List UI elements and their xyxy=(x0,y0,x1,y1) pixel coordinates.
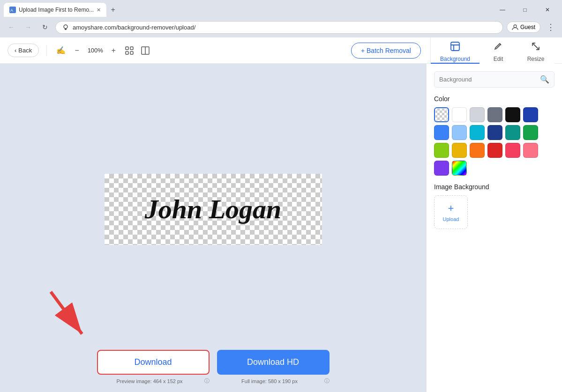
color-swatch-dark-blue[interactable] xyxy=(523,107,538,122)
signature-container: John Logan xyxy=(105,174,322,245)
svg-text:A: A xyxy=(10,8,13,12)
edit-tab-label: Edit xyxy=(494,56,503,62)
zoom-out-button[interactable]: − xyxy=(70,44,83,57)
download-free-button[interactable]: Download xyxy=(97,350,210,375)
close-button[interactable]: ✕ xyxy=(537,3,558,17)
red-arrow-icon xyxy=(47,287,94,343)
new-tab-button[interactable]: + xyxy=(106,3,120,16)
tab-edit[interactable]: Edit xyxy=(480,37,517,64)
zoom-controls: ✍ − 100% + xyxy=(54,44,152,57)
color-swatch-light-gray[interactable] xyxy=(470,107,485,122)
color-swatch-light-pink[interactable] xyxy=(523,143,538,158)
svg-rect-6 xyxy=(126,52,128,54)
maximize-button[interactable]: □ xyxy=(514,3,536,17)
upload-image-button[interactable]: + Upload xyxy=(434,195,468,229)
pan-tool-button[interactable]: ✍ xyxy=(54,44,67,57)
color-swatch-white[interactable] xyxy=(452,107,467,122)
svg-point-3 xyxy=(514,25,517,28)
tab-background[interactable]: Background xyxy=(431,37,480,64)
fit-to-screen-button[interactable] xyxy=(123,44,136,57)
color-grid xyxy=(434,107,555,176)
color-swatch-teal[interactable] xyxy=(505,125,520,140)
zoom-level: 100% xyxy=(86,47,104,54)
window-controls: — □ ✕ xyxy=(492,3,558,17)
checker-background: John Logan xyxy=(105,174,322,245)
image-bg-label: Image Background xyxy=(434,183,555,191)
batch-removal-button[interactable]: + Batch Removal xyxy=(351,43,421,59)
browser-menu-button[interactable]: ⋮ xyxy=(544,21,557,34)
tab-title: Upload Image First to Remo... xyxy=(19,7,94,13)
active-tab[interactable]: A Upload Image First to Remo... ✕ xyxy=(4,3,106,17)
color-swatch-rainbow[interactable] xyxy=(452,161,467,176)
lock-icon xyxy=(62,24,69,30)
minimize-button[interactable]: — xyxy=(492,3,513,17)
back-button[interactable]: ‹ Back xyxy=(7,44,39,57)
canvas-area: John Logan Download Downlo xyxy=(0,64,426,392)
color-swatch-yellow-green[interactable] xyxy=(434,143,449,158)
svg-rect-5 xyxy=(130,47,133,50)
tab-resize[interactable]: Resize xyxy=(517,37,555,64)
refresh-button[interactable]: ↻ xyxy=(38,21,52,34)
background-tab-label: Background xyxy=(440,56,470,62)
back-label: Back xyxy=(18,47,32,54)
back-nav-button[interactable]: ← xyxy=(5,21,18,34)
signature-text: John Logan xyxy=(105,193,322,225)
url-bar[interactable]: amoyshare.com/background-remover/upload/ xyxy=(55,21,503,34)
color-swatch-orange[interactable] xyxy=(470,143,485,158)
browser-chrome: A Upload Image First to Remo... ✕ + — □ … xyxy=(0,0,562,37)
svg-point-1 xyxy=(64,25,67,29)
image-bg-section: Image Background + Upload xyxy=(427,183,562,237)
preview-info-text: Preview image: 464 x 152 px xyxy=(97,378,202,384)
upload-plus-icon: + xyxy=(448,202,454,214)
guest-label: Guest xyxy=(520,24,535,30)
guest-button[interactable]: Guest xyxy=(507,22,540,33)
color-swatch-pink[interactable] xyxy=(505,143,520,158)
color-swatch-transparent[interactable] xyxy=(434,107,449,122)
search-section: 🔍 xyxy=(427,64,562,95)
color-swatch-cyan[interactable] xyxy=(470,125,485,140)
url-text: amoyshare.com/background-remover/upload/ xyxy=(73,24,496,31)
app: ‹ Back ✍ − 100% + + Batch Removal xyxy=(0,37,562,392)
batch-label: + Batch Removal xyxy=(361,47,411,54)
tab-close-icon[interactable]: ✕ xyxy=(97,7,101,13)
color-section-label: Color xyxy=(434,95,555,103)
color-section: Color xyxy=(427,95,562,183)
color-swatch-green[interactable] xyxy=(523,125,538,140)
resize-tab-label: Resize xyxy=(527,56,545,62)
download-hd-button[interactable]: Download HD xyxy=(217,350,330,375)
tab-favicon: A xyxy=(9,7,16,13)
color-swatch-red[interactable] xyxy=(487,143,502,158)
download-info: Preview image: 464 x 152 px ⓘ Full image… xyxy=(97,377,330,385)
nav-bar: ← → ↻ amoyshare.com/background-remover/u… xyxy=(0,17,562,37)
svg-rect-2 xyxy=(65,28,67,30)
resize-tab-icon xyxy=(531,41,541,54)
color-swatch-gray[interactable] xyxy=(487,107,502,122)
color-swatch-black[interactable] xyxy=(505,107,520,122)
full-info-icon: ⓘ xyxy=(324,377,330,385)
preview-info-icon: ⓘ xyxy=(204,377,210,385)
background-tab-icon xyxy=(450,41,460,54)
color-swatch-sky-blue[interactable] xyxy=(452,125,467,140)
panel-tab-bar: Background Edit Resize xyxy=(430,37,555,64)
toolbar-divider xyxy=(46,45,47,56)
svg-rect-4 xyxy=(126,47,128,50)
svg-line-12 xyxy=(51,292,82,334)
back-chevron-icon: ‹ xyxy=(15,47,16,54)
bottom-bar: Download Download HD Preview image: 464 … xyxy=(0,342,426,392)
guest-icon xyxy=(512,24,518,30)
full-info-text: Full image: 580 x 190 px xyxy=(217,378,322,384)
zoom-in-button[interactable]: + xyxy=(107,44,120,57)
color-swatch-purple[interactable] xyxy=(434,161,449,176)
forward-nav-button[interactable]: → xyxy=(22,21,35,34)
search-icon[interactable]: 🔍 xyxy=(540,75,549,84)
background-search-input[interactable] xyxy=(439,76,537,83)
color-swatch-navy[interactable] xyxy=(487,125,502,140)
color-swatch-blue[interactable] xyxy=(434,125,449,140)
svg-rect-10 xyxy=(451,42,459,51)
download-buttons: Download Download HD xyxy=(97,350,330,375)
right-panel: 🔍 Color xyxy=(426,64,562,392)
split-view-button[interactable] xyxy=(139,44,152,57)
toolbar: ‹ Back ✍ − 100% + + Batch Removal xyxy=(0,37,562,64)
background-search-box[interactable]: 🔍 xyxy=(434,71,555,88)
color-swatch-yellow[interactable] xyxy=(452,143,467,158)
